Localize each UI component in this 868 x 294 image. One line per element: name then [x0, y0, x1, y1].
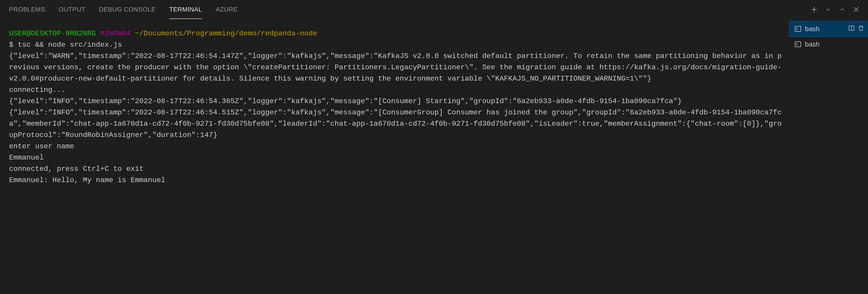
terminal-output-line: connected, press Ctrl+C to exit	[9, 163, 785, 175]
tab-output[interactable]: OUTPUT	[59, 0, 86, 19]
terminal-output-line: enter user name	[9, 141, 785, 152]
trash-icon	[858, 25, 864, 32]
tab-problems[interactable]: PROBLEMS	[9, 0, 45, 19]
svg-rect-0	[795, 26, 801, 32]
terminal-list-sidebar: bash bash	[789, 19, 868, 294]
tab-debug-console[interactable]: DEBUG CONSOLE	[99, 0, 156, 19]
plus-icon	[810, 6, 818, 13]
terminal-icon	[794, 25, 802, 33]
terminal-list-item-label: bash	[805, 40, 864, 48]
terminal-icon	[794, 40, 802, 48]
prompt-shell: MINGW64	[100, 29, 130, 38]
tab-label: AZURE	[216, 6, 238, 13]
prompt-user-host: USER@DESKTOP-9RB2NRG	[9, 29, 96, 38]
tab-label: DEBUG CONSOLE	[99, 6, 156, 13]
terminal-output-line: Emmanuel	[9, 152, 785, 163]
panel-tabbar: PROBLEMS OUTPUT DEBUG CONSOLE TERMINAL A…	[0, 0, 868, 19]
terminal-prompt-line: USER@DESKTOP-9RB2NRG MINGW64 ~/Documents…	[9, 28, 785, 39]
terminal-output-line: Emmanuel: Hello, My name is Emmanuel	[9, 175, 785, 186]
close-panel-button[interactable]	[851, 4, 861, 14]
split-terminal-button[interactable]	[848, 25, 855, 33]
integrated-terminal-panel: PROBLEMS OUTPUT DEBUG CONSOLE TERMINAL A…	[0, 0, 868, 294]
close-icon	[852, 6, 860, 13]
tab-label: PROBLEMS	[9, 6, 45, 13]
maximize-panel-button[interactable]	[837, 4, 847, 14]
terminal-list-item-label: bash	[805, 25, 845, 33]
panel-toolbar	[809, 4, 864, 14]
tab-label: TERMINAL	[169, 6, 202, 13]
launch-profile-button[interactable]	[823, 4, 833, 14]
kill-terminal-button[interactable]	[858, 25, 864, 33]
terminal-list-item[interactable]: bash	[789, 37, 868, 52]
tab-terminal[interactable]: TERMINAL	[169, 0, 202, 19]
panel-body: USER@DESKTOP-9RB2NRG MINGW64 ~/Documents…	[0, 19, 868, 294]
tab-label: OUTPUT	[59, 6, 86, 13]
chevron-up-icon	[839, 6, 846, 13]
tab-azure[interactable]: AZURE	[216, 0, 238, 19]
panel-tab-list: PROBLEMS OUTPUT DEBUG CONSOLE TERMINAL A…	[9, 0, 238, 19]
chevron-down-icon	[825, 6, 832, 13]
terminal-output[interactable]: USER@DESKTOP-9RB2NRG MINGW64 ~/Documents…	[0, 19, 789, 294]
svg-rect-2	[795, 42, 801, 47]
terminal-output-line: {"level":"INFO","timestamp":"2022-08-17T…	[9, 96, 785, 107]
terminal-output-line: {"level":"INFO","timestamp":"2022-08-17T…	[9, 107, 785, 141]
split-icon	[848, 25, 855, 32]
terminal-output-line: connecting...	[9, 84, 785, 96]
terminal-command-line: $ tsc && node src/index.js	[9, 39, 785, 50]
prompt-cwd: ~/Documents/Programming/demo/redpanda-no…	[135, 29, 317, 38]
terminal-list-item[interactable]: bash	[789, 21, 868, 37]
terminal-output-line: {"level":"WARN","timestamp":"2022-08-17T…	[9, 50, 785, 84]
new-terminal-button[interactable]	[809, 4, 819, 14]
